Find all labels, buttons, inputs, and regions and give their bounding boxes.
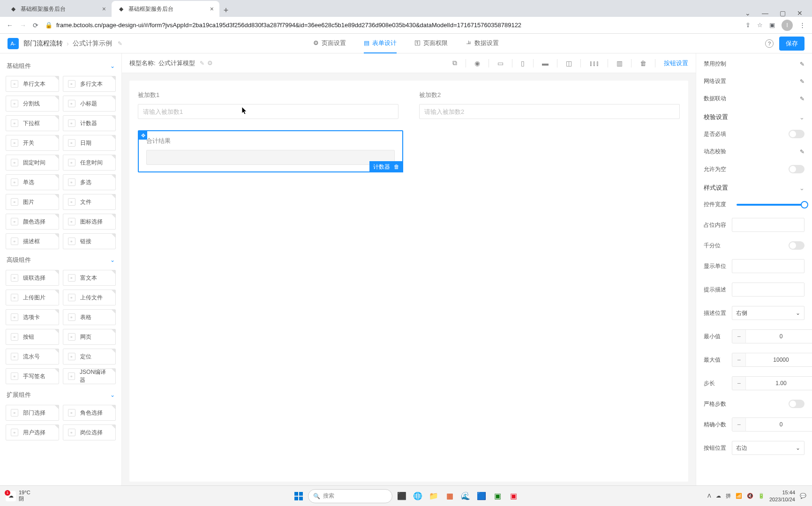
max-stepper[interactable]: −+ <box>732 353 812 367</box>
breadcrumb-root[interactable]: 部门流程流转 <box>23 39 63 48</box>
tab-form-design[interactable]: ▤表单设计 <box>364 34 397 53</box>
adv-comp-5[interactable]: ▫表格 <box>63 309 116 325</box>
section-style[interactable]: 样式设置⌄ <box>696 178 812 196</box>
adv-comp-11[interactable]: ▫JSON编译器 <box>63 368 116 384</box>
menu-icon[interactable]: ⋮ <box>799 22 805 29</box>
button-settings-link[interactable]: 按钮设置 <box>664 59 688 67</box>
basic-comp-11[interactable]: ▫多选 <box>63 174 116 190</box>
share-icon[interactable]: ⇪ <box>745 22 751 29</box>
decrement-button[interactable]: − <box>732 353 745 366</box>
ext-comp-1[interactable]: ▫角色选择 <box>63 405 116 421</box>
tab-page-permission[interactable]: ⚿页面权限 <box>414 34 448 53</box>
placeholder-input[interactable] <box>732 218 804 232</box>
tab-page-settings[interactable]: ⚙页面设置 <box>313 34 346 53</box>
selected-field-counter[interactable]: ✥ 合计结果 计数器 🗑 <box>138 130 403 172</box>
browser-tab-active[interactable]: ◆ 基础框架服务后台 × <box>112 1 219 17</box>
basic-comp-6[interactable]: ▫开关 <box>6 135 59 151</box>
adv-comp-7[interactable]: ▫网页 <box>63 329 116 345</box>
window-collapse-icon[interactable]: ⌄ <box>745 9 751 17</box>
delete-icon[interactable]: 🗑 <box>394 164 399 170</box>
basic-comp-2[interactable]: ▫分割线 <box>6 96 59 112</box>
edit-icon[interactable]: ✎ <box>800 78 804 85</box>
basic-comp-7[interactable]: ▫日期 <box>63 135 116 151</box>
basic-comp-1[interactable]: ▫多行文本 <box>63 76 116 92</box>
link-icon[interactable]: ⧉ <box>452 59 457 67</box>
basic-comp-4[interactable]: ▫下拉框 <box>6 115 59 131</box>
breadcrumb-item[interactable]: 公式计算示例 <box>73 39 112 48</box>
decrement-button[interactable]: − <box>732 330 745 343</box>
ext-comp-2[interactable]: ▫用户选择 <box>6 424 59 440</box>
taskview-icon[interactable]: ⬛ <box>395 490 408 503</box>
close-tab-icon[interactable]: × <box>210 5 214 13</box>
volume-icon[interactable]: 🔇 <box>747 493 753 499</box>
preview-icon[interactable]: ◉ <box>474 60 480 67</box>
basic-comp-0[interactable]: ▫单行文本 <box>6 76 59 92</box>
ime-icon[interactable]: 拼 <box>726 492 731 499</box>
url-bar[interactable]: 🔒 frame.bctools.cn/page-design-ui/#/form… <box>45 22 739 29</box>
desc-position-select[interactable]: 右侧⌄ <box>732 306 804 320</box>
gear-icon[interactable]: ⚙ <box>207 60 213 67</box>
strict-step-toggle[interactable] <box>789 400 804 408</box>
adv-comp-0[interactable]: ▫级联选择 <box>6 270 59 286</box>
step-stepper[interactable]: −+ <box>732 376 812 390</box>
basic-comp-16[interactable]: ▫描述框 <box>6 233 59 249</box>
min-stepper[interactable]: −+ <box>732 329 812 343</box>
thousands-toggle[interactable] <box>789 241 804 250</box>
start-button[interactable] <box>292 490 305 503</box>
adv-comp-3[interactable]: ▫上传文件 <box>63 290 116 305</box>
device-mobile-icon[interactable]: ▯ <box>521 60 525 67</box>
tab-data-settings[interactable]: ⫡数据设置 <box>466 34 499 53</box>
addend1-input[interactable] <box>138 104 398 119</box>
delete-icon[interactable]: 🗑 <box>640 60 647 67</box>
group-basic[interactable]: 基础组件⌄ <box>0 57 121 74</box>
hint-input[interactable] <box>732 283 804 297</box>
adv-comp-2[interactable]: ▫上传图片 <box>6 290 59 305</box>
save-button[interactable]: 保存 <box>779 37 804 51</box>
group-advanced[interactable]: 高级组件⌄ <box>0 251 121 268</box>
bookmark-icon[interactable]: ☆ <box>757 22 763 29</box>
precision-stepper[interactable]: −+ <box>732 417 812 432</box>
edge-icon[interactable]: 🌊 <box>459 490 472 503</box>
basic-comp-3[interactable]: ▫小标题 <box>63 96 116 112</box>
basic-comp-5[interactable]: ▫计数器 <box>63 115 116 131</box>
allow-empty-toggle[interactable] <box>789 165 804 173</box>
help-icon[interactable]: ? <box>765 39 774 48</box>
weather-widget[interactable]: ☁1 19°C 阴 <box>6 490 30 502</box>
tray-chevron-icon[interactable]: ᐱ <box>707 493 711 499</box>
adv-comp-6[interactable]: ▫按钮 <box>6 329 59 345</box>
wifi-icon[interactable]: 📶 <box>736 493 742 499</box>
edit-icon[interactable]: ✎ <box>800 61 804 67</box>
basic-comp-15[interactable]: ▫图标选择 <box>63 214 116 230</box>
adv-comp-8[interactable]: ▫流水号 <box>6 349 59 365</box>
basic-comp-12[interactable]: ▫图片 <box>6 194 59 210</box>
app-icon[interactable]: ▣ <box>491 490 504 503</box>
basic-comp-13[interactable]: ▫文件 <box>63 194 116 210</box>
layout-3col-icon[interactable]: ⫿⫿⫿ <box>589 60 599 67</box>
adv-comp-9[interactable]: ▫定位 <box>63 349 116 365</box>
edit-icon[interactable]: ✎ <box>800 149 804 155</box>
battery-icon[interactable]: 🔋 <box>758 493 765 499</box>
device-desktop-icon[interactable]: ▭ <box>497 60 504 67</box>
edit-icon[interactable]: ✎ <box>800 96 804 102</box>
close-tab-icon[interactable]: × <box>102 5 106 13</box>
button-position-select[interactable]: 右边⌄ <box>732 441 804 455</box>
required-toggle[interactable] <box>789 130 804 138</box>
basic-comp-9[interactable]: ▫任意时间 <box>63 155 116 171</box>
decrement-button[interactable]: − <box>732 377 745 390</box>
reload-icon[interactable]: ⟳ <box>33 22 38 29</box>
ext-comp-0[interactable]: ▫部门选择 <box>6 405 59 421</box>
decrement-button[interactable]: − <box>732 418 745 431</box>
ext-comp-3[interactable]: ▫岗位选择 <box>63 424 116 440</box>
width-slider[interactable] <box>737 204 804 206</box>
basic-comp-8[interactable]: ▫固定时间 <box>6 155 59 171</box>
forward-icon[interactable]: → <box>20 22 26 29</box>
basic-comp-17[interactable]: ▫链接 <box>63 233 116 249</box>
adv-comp-10[interactable]: ▫手写签名 <box>6 368 59 384</box>
unit-input[interactable] <box>732 259 804 273</box>
section-validation[interactable]: 校验设置⌄ <box>696 107 812 125</box>
basic-comp-14[interactable]: ▫颜色选择 <box>6 214 59 230</box>
adv-comp-1[interactable]: ▫富文本 <box>63 270 116 286</box>
notifications-icon[interactable]: 💬 <box>800 493 806 499</box>
app-icon[interactable]: ▣ <box>507 490 520 503</box>
browser-tab[interactable]: ◆ 基础框架服务后台 × <box>4 1 112 17</box>
